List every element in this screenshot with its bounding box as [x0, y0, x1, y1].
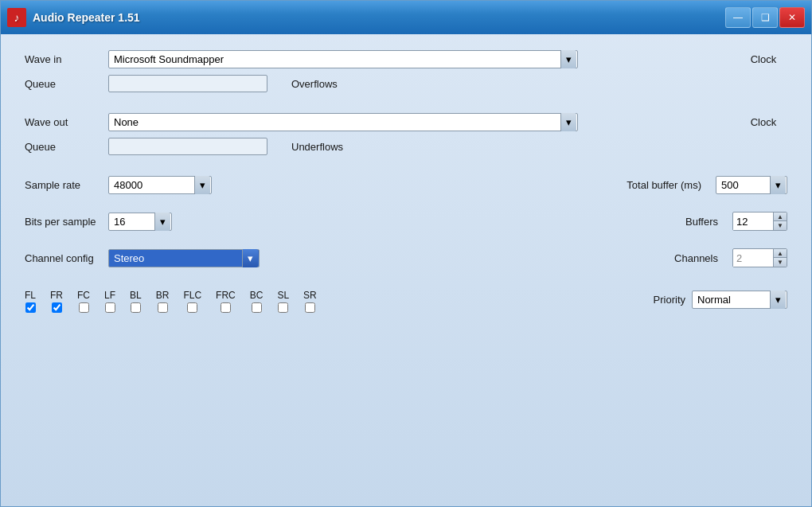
- wave-out-queue-label: Queue: [25, 141, 100, 153]
- buffers-spinbox: ▲ ▼: [732, 212, 787, 231]
- wave-out-select[interactable]: None: [108, 113, 578, 131]
- wave-out-dropdown-container: None ▾: [108, 113, 578, 131]
- channel-config-select[interactable]: Stereo: [108, 249, 260, 267]
- checkbox-item-fr: FR: [50, 290, 63, 313]
- checkbox-item-fc: FC: [77, 290, 90, 313]
- channel-config-dropdown-container: Stereo ▾: [108, 249, 260, 267]
- wave-in-queue-input[interactable]: [108, 75, 267, 92]
- maximize-button[interactable]: ❑: [752, 7, 778, 28]
- checkbox-item-fl: FL: [25, 290, 36, 313]
- checkbox-fc[interactable]: [79, 302, 89, 313]
- total-buffer-dropdown-container: 500 ▾: [716, 176, 787, 194]
- channel-config-label: Channel config: [25, 252, 100, 264]
- channels-decrement-button[interactable]: ▼: [774, 258, 787, 267]
- wave-out-label: Wave out: [25, 116, 100, 128]
- wave-in-clock-label: Clock: [740, 53, 787, 65]
- total-buffer-label: Total buffer (ms): [598, 179, 701, 191]
- minimize-button[interactable]: —: [725, 7, 751, 28]
- checkbox-item-frc: FRC: [216, 290, 236, 313]
- checkbox-item-br: BR: [156, 290, 170, 313]
- content-area: Wave in Microsoft Soundmapper ▾ Clock Qu…: [1, 34, 811, 506]
- close-button[interactable]: ✕: [779, 7, 805, 28]
- overflows-label: Overflows: [291, 78, 338, 90]
- wave-in-row: Wave in Microsoft Soundmapper ▾ Clock: [25, 50, 787, 68]
- bits-per-sample-dropdown-container: 16 ▾: [108, 213, 172, 231]
- bits-per-sample-row: Bits per sample 16 ▾ Buffers ▲ ▼: [25, 212, 787, 231]
- checkbox-frc[interactable]: [221, 302, 231, 313]
- wave-in-label: Wave in: [25, 53, 100, 65]
- buffers-increment-button[interactable]: ▲: [774, 213, 787, 221]
- title-bar-controls: — ❑ ✕: [725, 7, 805, 28]
- channels-spinbox: ▲ ▼: [732, 248, 787, 267]
- checkbox-item-sl: SL: [277, 290, 289, 313]
- checkbox-sl[interactable]: [278, 302, 288, 313]
- wave-out-queue-input[interactable]: [108, 138, 267, 155]
- channels-label: Channels: [670, 252, 718, 264]
- wave-in-queue-label: Queue: [25, 78, 100, 90]
- bits-per-sample-select[interactable]: 16: [108, 213, 172, 231]
- checkbox-item-sr: SR: [303, 290, 317, 313]
- sample-rate-select[interactable]: 48000: [108, 176, 212, 194]
- checkbox-flc[interactable]: [187, 302, 197, 313]
- wave-in-select[interactable]: Microsoft Soundmapper: [108, 50, 578, 68]
- priority-select[interactable]: Normal: [692, 291, 787, 309]
- title-bar-left: ♪ Audio Repeater 1.51: [7, 8, 140, 27]
- app-title: Audio Repeater 1.51: [33, 11, 140, 24]
- buffers-input[interactable]: [733, 213, 773, 230]
- priority-label: Priority: [654, 294, 685, 306]
- checkbox-item-lf: LF: [104, 290, 115, 313]
- checkbox-bl[interactable]: [131, 302, 141, 313]
- sample-rate-label: Sample rate: [25, 179, 100, 191]
- checkbox-group: FLFRFCLFBLBRFLCFRCBCSLSR: [25, 290, 317, 313]
- checkboxes-labels-row: FLFRFCLFBLBRFLCFRCBCSLSR Priority Normal…: [25, 287, 787, 313]
- channels-input[interactable]: [733, 250, 773, 267]
- bits-per-sample-label: Bits per sample: [25, 216, 100, 228]
- wave-out-row: Wave out None ▾ Clock: [25, 113, 787, 131]
- main-window: ♪ Audio Repeater 1.51 — ❑ ✕ Wave in Micr…: [0, 0, 812, 507]
- checkbox-bc[interactable]: [252, 302, 262, 313]
- channel-config-row: Channel config Stereo ▾ Channels ▲ ▼: [25, 248, 787, 267]
- checkbox-item-bc: BC: [250, 290, 264, 313]
- wave-in-dropdown-container: Microsoft Soundmapper ▾: [108, 50, 578, 68]
- checkbox-fl[interactable]: [25, 302, 36, 313]
- underflows-label: Underflows: [291, 141, 343, 153]
- sample-rate-dropdown-container: 48000 ▾: [108, 176, 212, 194]
- checkbox-br[interactable]: [158, 302, 168, 313]
- priority-dropdown-container: Normal ▾: [692, 291, 787, 309]
- channels-increment-button[interactable]: ▲: [774, 249, 787, 258]
- checkbox-item-flc: FLC: [183, 290, 201, 313]
- wave-out-queue-row: Queue Underflows: [25, 138, 787, 155]
- total-buffer-select[interactable]: 500: [716, 176, 787, 194]
- app-icon: ♪: [7, 8, 26, 27]
- wave-out-clock-label: Clock: [740, 116, 787, 128]
- wave-in-queue-row: Queue Overflows: [25, 75, 787, 92]
- sample-rate-row: Sample rate 48000 ▾ Total buffer (ms) 50…: [25, 176, 787, 194]
- buffers-spinbox-buttons: ▲ ▼: [773, 213, 787, 230]
- buffers-decrement-button[interactable]: ▼: [774, 221, 787, 230]
- channels-spinbox-buttons: ▲ ▼: [773, 249, 787, 267]
- checkbox-fr[interactable]: [52, 302, 62, 313]
- title-bar: ♪ Audio Repeater 1.51 — ❑ ✕: [1, 1, 811, 34]
- checkbox-sr[interactable]: [305, 302, 315, 313]
- checkbox-item-bl: BL: [130, 290, 142, 313]
- checkbox-lf[interactable]: [105, 302, 115, 313]
- buffers-label: Buffers: [670, 216, 718, 228]
